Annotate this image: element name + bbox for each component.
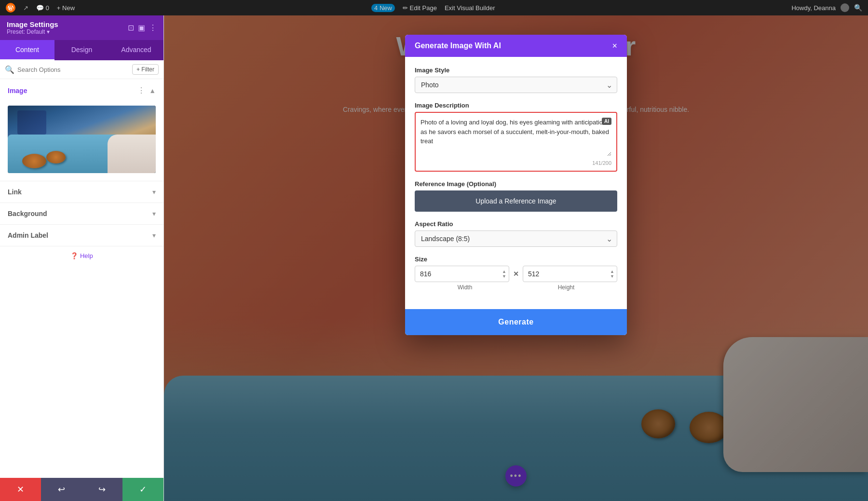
section-link: Link ▾ xyxy=(0,181,163,203)
char-count: 141/200 xyxy=(420,160,611,166)
section-image-header[interactable]: Image ⋮ ▲ xyxy=(0,79,163,102)
size-separator: ✕ xyxy=(513,270,519,278)
aspect-ratio-group: Aspect Ratio Landscape (8:5) Portrait (5… xyxy=(415,220,617,247)
image-style-select-wrapper: Photo Illustration Painting Sketch Digit… xyxy=(415,77,617,93)
description-group: Image Description AI Photo of a loving a… xyxy=(415,102,617,172)
admin-bar-right: Howdy, Deanna 🔍 xyxy=(791,3,862,12)
wp-icon[interactable] xyxy=(6,3,15,13)
reference-image-group: Reference Image (Optional) Upload a Refe… xyxy=(415,180,617,212)
page-content: Welcome to Critter Cravings! Cravings, w… xyxy=(164,15,868,501)
width-down-button[interactable]: ▼ xyxy=(501,274,507,279)
width-up-button[interactable]: ▲ xyxy=(501,270,507,274)
filter-button[interactable]: + Filter xyxy=(132,64,159,75)
tab-content[interactable]: Content xyxy=(0,40,54,60)
new-badge: 4 New xyxy=(371,4,395,12)
chevron-down-icon-3: ▾ xyxy=(152,231,156,239)
sidebar-title: Image Settings xyxy=(7,20,58,28)
section-admin-label-title: Admin Label xyxy=(8,231,48,239)
ai-badge[interactable]: AI xyxy=(602,118,611,125)
search-input[interactable] xyxy=(17,66,129,73)
save-button[interactable]: ✓ xyxy=(122,478,163,501)
layout-icon[interactable]: ▣ xyxy=(138,23,145,32)
image-style-group: Image Style Photo Illustration Painting … xyxy=(415,67,617,93)
redo-button[interactable]: ↪ xyxy=(82,478,123,501)
modal-footer: Generate xyxy=(405,309,627,335)
section-link-title: Link xyxy=(8,188,22,196)
wp-admin-bar: ↗ 💬 0 + New 4 New ✏ Edit Page Exit Visua… xyxy=(0,0,868,15)
height-up-button[interactable]: ▲ xyxy=(609,270,615,274)
section-background: Background ▾ xyxy=(0,203,163,225)
section-admin-label-header[interactable]: Admin Label ▾ xyxy=(0,225,163,246)
sidebar-search-bar: 🔍 + Filter xyxy=(0,60,163,79)
width-input-wrap: ▲ ▼ xyxy=(415,266,509,282)
section-admin-label: Admin Label ▾ xyxy=(0,225,163,246)
description-textarea[interactable]: Photo of a loving and loyal dog, his eye… xyxy=(420,118,611,156)
cancel-button[interactable]: ✕ xyxy=(0,478,41,501)
search-icon[interactable]: 🔍 xyxy=(854,4,862,12)
chevron-down-icon-2: ▾ xyxy=(152,210,156,217)
size-row: ▲ ▼ ✕ ▲ ▼ xyxy=(415,266,617,282)
site-link[interactable]: ↗ xyxy=(23,4,28,12)
height-input[interactable] xyxy=(523,266,617,282)
description-label: Image Description xyxy=(415,102,617,109)
width-stepper: ▲ ▼ xyxy=(501,270,507,279)
tab-design[interactable]: Design xyxy=(54,40,109,60)
edit-page-link[interactable]: ✏ Edit Page xyxy=(403,4,437,12)
section-image: Image ⋮ ▲ xyxy=(0,79,163,181)
image-style-label: Image Style xyxy=(415,67,617,74)
modal-overlay: Generate Image With AI × Image Style Pho… xyxy=(164,15,868,501)
generate-button[interactable]: Generate xyxy=(405,309,627,335)
chevron-up-icon: ▲ xyxy=(149,87,156,95)
size-group: Size ▲ ▼ ✕ xyxy=(415,256,617,291)
image-style-select[interactable]: Photo Illustration Painting Sketch Digit… xyxy=(415,77,617,93)
undo-button[interactable]: ↩ xyxy=(41,478,82,501)
sidebar-preset[interactable]: Preset: Default ▾ xyxy=(7,28,58,35)
sidebar-header-icons: ⊡ ▣ ⋮ xyxy=(128,23,157,32)
more-options-icon[interactable]: ⋮ xyxy=(137,86,145,95)
howdy-label: Howdy, Deanna xyxy=(791,4,836,12)
modal-header: Generate Image With AI × xyxy=(405,35,627,57)
section-background-header[interactable]: Background ▾ xyxy=(0,203,163,224)
section-image-title: Image xyxy=(8,87,27,95)
sidebar-header: Image Settings Preset: Default ▾ ⊡ ▣ ⋮ xyxy=(0,15,163,40)
user-avatar xyxy=(841,3,849,12)
width-input[interactable] xyxy=(415,266,509,282)
image-preview[interactable] xyxy=(8,106,156,173)
aspect-ratio-label: Aspect Ratio xyxy=(415,220,617,228)
width-label: Width xyxy=(458,284,473,291)
description-box: AI Photo of a loving and loyal dog, his … xyxy=(415,112,617,172)
admin-bar-left: ↗ 💬 0 + New xyxy=(6,3,75,13)
new-link[interactable]: + New xyxy=(57,4,75,12)
reference-image-label: Reference Image (Optional) xyxy=(415,180,617,188)
size-label: Size xyxy=(415,256,617,263)
exit-builder-link[interactable]: Exit Visual Builder xyxy=(445,4,495,12)
responsive-icon[interactable]: ⊡ xyxy=(128,23,134,32)
main-layout: Image Settings Preset: Default ▾ ⊡ ▣ ⋮ C… xyxy=(0,15,868,501)
size-labels: Width Height xyxy=(415,284,617,291)
height-stepper: ▲ ▼ xyxy=(609,270,615,279)
sidebar-tabs: Content Design Advanced xyxy=(0,40,163,60)
modal-body: Image Style Photo Illustration Painting … xyxy=(405,57,627,309)
section-background-title: Background xyxy=(8,210,47,217)
sidebar: Image Settings Preset: Default ▾ ⊡ ▣ ⋮ C… xyxy=(0,15,164,501)
generate-image-modal: Generate Image With AI × Image Style Pho… xyxy=(405,35,627,335)
chevron-down-icon: ▾ xyxy=(152,188,156,196)
height-down-button[interactable]: ▼ xyxy=(609,274,615,279)
section-link-header[interactable]: Link ▾ xyxy=(0,181,163,203)
height-label: Height xyxy=(558,284,575,291)
aspect-ratio-select[interactable]: Landscape (8:5) Portrait (5:8) Square (1… xyxy=(415,230,617,247)
aspect-ratio-select-wrapper: Landscape (8:5) Portrait (5:8) Square (1… xyxy=(415,230,617,247)
search-icon: 🔍 xyxy=(5,65,14,74)
upload-reference-button[interactable]: Upload a Reference Image xyxy=(415,190,617,212)
modal-close-button[interactable]: × xyxy=(612,41,617,50)
sidebar-bottom-bar: ✕ ↩ ↪ ✓ xyxy=(0,478,163,501)
comment-count[interactable]: 💬 0 xyxy=(36,4,49,12)
admin-bar-center: 4 New ✏ Edit Page Exit Visual Builder xyxy=(371,4,495,12)
more-icon[interactable]: ⋮ xyxy=(149,23,157,32)
image-preview-area xyxy=(0,102,163,181)
tab-advanced[interactable]: Advanced xyxy=(109,40,163,60)
modal-title: Generate Image With AI xyxy=(415,41,501,50)
height-input-wrap: ▲ ▼ xyxy=(523,266,617,282)
help-link[interactable]: ❓ Help xyxy=(0,246,163,265)
